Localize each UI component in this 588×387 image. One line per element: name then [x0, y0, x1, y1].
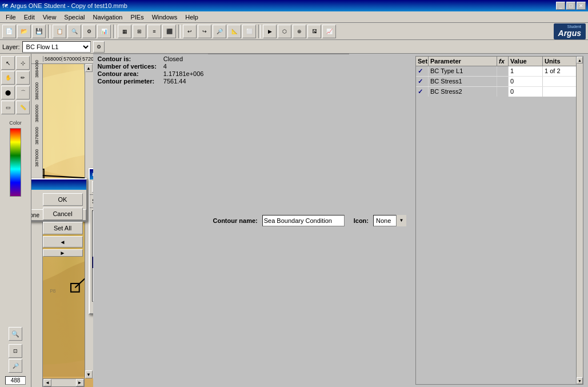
contour-info-content: i Please enter value for this contour: [31, 193, 38, 207]
select-tool[interactable]: ↖ [1, 56, 15, 70]
table-scrollbar[interactable]: ▲ ▼ [576, 57, 583, 384]
layer-row-ptc-mesh[interactable]: 〰 〰 △ PTC Mesh [93, 234, 93, 245]
tb-btn8[interactable]: ⬛ [162, 25, 176, 38]
layer-row-bc-flow-l2[interactable]: 〰 〰 ⬡ BC Flow L2 [93, 268, 93, 280]
tb-btn16[interactable]: ⊕ [293, 25, 306, 38]
ok-button[interactable]: OK [43, 193, 83, 206]
row2-param: BC Stress2 [429, 87, 497, 97]
layers-list: 〰 〰 ⬡ PTC Domain Outline 〰 〰 ⬡ PTC Mesh … [92, 210, 93, 302]
menu-bar: File Edit View Special Navigation PIEs W… [0, 11, 588, 23]
layer-label: Layer: [2, 43, 20, 50]
contour-dialog-title[interactable]: Contour Information [31, 179, 86, 190]
open-button[interactable]: 📂 [17, 25, 31, 38]
row1-check: ✓ [416, 77, 429, 86]
tb-btn12[interactable]: 📐 [227, 25, 241, 38]
contour-action-buttons: OK Cancel Set All ◄ ► [43, 193, 83, 257]
scroll-down-button[interactable]: ▼ [85, 370, 93, 378]
tb-btn17[interactable]: 🖫 [307, 25, 321, 38]
color-bar[interactable] [10, 128, 21, 197]
menu-pies[interactable]: PIEs [127, 13, 147, 22]
zoom-in-tool[interactable]: 🔍 [9, 327, 22, 341]
layer-row-bc-flow-l3[interactable]: 〰 〰 ⬡ BC Flow L3 [93, 280, 93, 291]
tb-btn7[interactable]: ≡ [147, 25, 161, 38]
save-button[interactable]: 💾 [32, 25, 46, 38]
main-toolbar: 📄 📂 💾 📋 🔍 ⚙ 📊 ▦ ⊞ ≡ ⬛ ↩ ↪ 🔎 📐 ⬜ ▶ ⬡ ⊕ 🖫 … [0, 23, 588, 40]
toolbar-sep4 [258, 25, 261, 38]
draw-tool[interactable]: ✏ [16, 71, 30, 85]
table-scroll-down[interactable]: ▼ [577, 377, 583, 384]
table-scroll-up[interactable]: ▲ [577, 57, 583, 63]
vruler-1: 3882000 [34, 82, 39, 100]
pan-tool[interactable]: ✋ [1, 71, 15, 85]
tb-btn3[interactable]: ⚙ [82, 25, 96, 38]
minimize-button[interactable]: _ [556, 2, 565, 10]
menu-edit[interactable]: Edit [21, 13, 38, 22]
menu-navigation[interactable]: Navigation [89, 13, 126, 22]
layer-row-bc-flow-l4[interactable]: 〰 〰 ⬡ BC Flow L4 [93, 291, 93, 302]
region-tool[interactable]: ▭ [1, 101, 15, 114]
tb-btn14[interactable]: ▶ [263, 25, 277, 38]
window-controls: _ □ ✕ [556, 2, 586, 10]
color-section: Color [9, 120, 22, 199]
scroll-left-button[interactable]: ◄ [43, 379, 51, 386]
tb-btn6[interactable]: ⊞ [133, 25, 146, 38]
set-all-button[interactable]: Set All [43, 222, 83, 234]
tb-btn4[interactable]: 📊 [97, 25, 111, 38]
row2-value[interactable]: 0 [509, 87, 543, 97]
menu-help[interactable]: Help [182, 13, 202, 22]
layer-row-bc-flow-l1[interactable]: 👁 ✏ ⬡ BC Flow L1 [93, 257, 93, 268]
layer-bar: Layer: BC Flow L1 ⚙ [0, 40, 588, 54]
menu-view[interactable]: View [39, 13, 60, 22]
tb-btn18[interactable]: 📈 [322, 25, 336, 38]
cancel-button[interactable]: Cancel [43, 208, 83, 220]
contour-area-label: Contour area: [98, 70, 157, 77]
layer-select[interactable]: BC Flow L1 [22, 41, 91, 53]
new-button[interactable]: 📄 [2, 25, 16, 38]
layer-row-ptc-data[interactable]: 〰 〰 ⊞ PTC Data [93, 245, 93, 257]
measure-tool[interactable]: 📏 [16, 101, 30, 114]
layer-settings-button[interactable]: ⚙ [93, 41, 105, 53]
close-button[interactable]: ✕ [577, 2, 586, 10]
layer-row-ptc-mesh-density[interactable]: 〰 〰 ⬡ PTC Mesh Density [93, 222, 93, 234]
tb-btn15[interactable]: ⬡ [278, 25, 291, 38]
app-icon: 🗺 [2, 3, 8, 9]
node-tool[interactable]: ⬤ [1, 86, 15, 99]
scroll-right-button[interactable]: ► [76, 379, 84, 386]
coord-display: 488 [5, 376, 26, 385]
logo-argus: Argus [558, 29, 581, 38]
zoom-tool[interactable]: ⊹ [16, 56, 30, 70]
maximize-button[interactable]: □ [566, 2, 575, 10]
nav-forward-button[interactable]: ► [43, 249, 83, 257]
layers-new-button[interactable]: 📄 [92, 181, 93, 193]
layers-scroll-bottom: ▼ [90, 304, 93, 313]
row0-fx [497, 66, 509, 76]
tb-btn10[interactable]: ↪ [198, 25, 211, 38]
horizontal-scrollbar[interactable]: ◄ ► [43, 378, 85, 387]
row1-value[interactable]: 0 [509, 77, 543, 86]
table-row-1: ✓ BC Stress1 0 [416, 77, 583, 87]
tool-row-1: ↖ ⊹ [1, 56, 30, 70]
layer-row-ptc-domain[interactable]: 〰 〰 ⬡ PTC Domain Outline [93, 211, 93, 222]
scroll-up-button[interactable]: ▲ [85, 64, 93, 72]
tb-btn9[interactable]: ↩ [183, 25, 197, 38]
map-area[interactable]: 568000 570000 572000 574000 576000 57800… [31, 54, 93, 387]
tb-btn1[interactable]: 📋 [53, 25, 66, 38]
icon-select[interactable]: None Arrow Circle Square [373, 215, 406, 226]
tb-btn5[interactable]: ▦ [118, 25, 131, 38]
tb-btn13[interactable]: ⬜ [242, 25, 256, 38]
contour-name-input[interactable] [262, 215, 345, 226]
layers-dialog-title[interactable]: 🗂 Layers of Copy of test10.mmb ✕ [90, 169, 93, 179]
ruler-mark-2: 572000 [81, 56, 93, 62]
zoom-fit-tool[interactable]: ⊡ [9, 344, 22, 358]
tb-btn2[interactable]: 🔍 [67, 25, 81, 38]
zoom-out-tool[interactable]: 🔎 [9, 359, 22, 373]
arc-tool[interactable]: ⌒ [16, 86, 30, 99]
menu-special[interactable]: Special [61, 13, 88, 22]
menu-file[interactable]: File [2, 13, 19, 22]
table-scroll-track [577, 63, 583, 377]
menu-windows[interactable]: Windows [149, 13, 181, 22]
nav-back-button[interactable]: ◄ [43, 236, 83, 248]
tb-btn11[interactable]: 🔎 [213, 25, 226, 38]
row0-value[interactable]: 1 [509, 66, 543, 76]
window-title: Argus ONE Student - Copy of test10.mmb [10, 2, 127, 9]
